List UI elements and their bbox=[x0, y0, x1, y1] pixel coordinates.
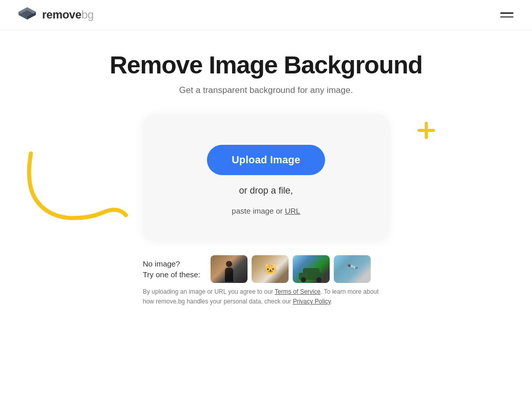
drop-file-text: or drop a file, bbox=[239, 185, 293, 196]
sample-image-1[interactable] bbox=[211, 255, 248, 283]
upload-section: Upload Image or drop a file, paste image… bbox=[143, 114, 389, 307]
page-title: Remove Image Background bbox=[109, 51, 422, 79]
tos-link[interactable]: Terms of Service bbox=[275, 288, 320, 295]
sample-image-4[interactable]: 🔭 bbox=[334, 255, 371, 283]
header: removebg bbox=[0, 0, 532, 30]
sample-images-section: No image? Try one of these: 🐱 bbox=[143, 255, 389, 283]
paste-text: paste image or URL bbox=[232, 206, 300, 215]
squiggle-decoration bbox=[15, 143, 128, 227]
upload-card: Upload Image or drop a file, paste image… bbox=[143, 114, 389, 241]
logo-icon bbox=[16, 6, 38, 24]
url-link[interactable]: URL bbox=[285, 206, 300, 215]
upload-image-button[interactable]: Upload Image bbox=[207, 145, 325, 175]
logo[interactable]: removebg bbox=[16, 6, 93, 24]
logo-text: removebg bbox=[42, 8, 93, 22]
page-subtitle: Get a transparent background for any ima… bbox=[179, 85, 353, 96]
sample-label: No image? Try one of these: bbox=[143, 258, 200, 280]
privacy-policy-link[interactable]: Privacy Policy bbox=[293, 298, 331, 305]
hamburger-line-1 bbox=[500, 12, 514, 14]
hamburger-menu-button[interactable] bbox=[498, 10, 516, 20]
hamburger-line-2 bbox=[500, 16, 514, 18]
terms-text: By uploading an image or URL you agree t… bbox=[143, 287, 389, 307]
sample-images-grid: 🐱 🔭 bbox=[211, 255, 371, 283]
main-content: Remove Image Background Get a transparen… bbox=[0, 30, 532, 317]
sample-image-2[interactable]: 🐱 bbox=[252, 255, 289, 283]
sample-image-3[interactable] bbox=[293, 255, 330, 283]
